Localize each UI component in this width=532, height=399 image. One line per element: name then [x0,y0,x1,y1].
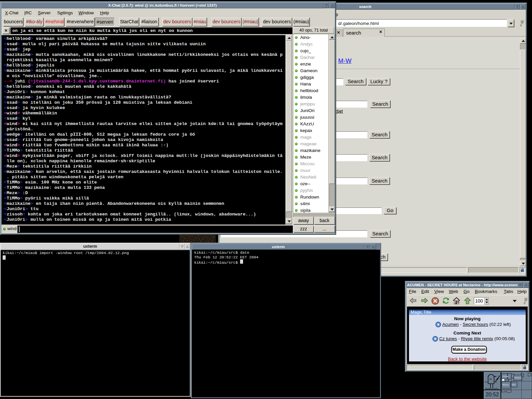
svg-text:MLDon: MLDon [502,384,509,386]
svg-text:X-Chat: X-Chat [502,375,509,377]
svg-text:Azureus: Azureus [514,377,521,379]
svg-text:Nect: Nect [512,384,516,386]
